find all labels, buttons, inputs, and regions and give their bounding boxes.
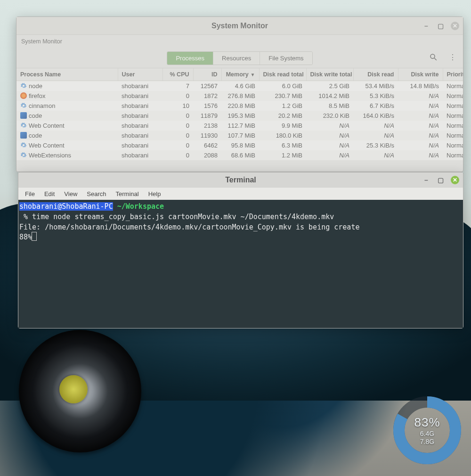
table-row[interactable]: Web Contentshobarani02138112.7 MiB9.9 Mi… bbox=[16, 121, 463, 131]
cell-name: code bbox=[16, 111, 118, 121]
table-row[interactable]: Web Contentshobarani0646295.8 MiB6.3 MiB… bbox=[16, 140, 463, 150]
table-row[interactable]: firefoxshobarani01872276.8 MiB230.7 MiB1… bbox=[16, 91, 463, 101]
sysmon-subtitle: System Monitor bbox=[21, 38, 62, 45]
cell-disk-write-total: N/A bbox=[306, 131, 353, 140]
col-process-name[interactable]: Process Name bbox=[16, 68, 118, 81]
cell-priority: Normal bbox=[443, 101, 463, 111]
search-icon[interactable] bbox=[429, 53, 438, 63]
menu-terminal[interactable]: Terminal bbox=[116, 190, 139, 197]
table-row[interactable]: codeshobarani011879195.3 MiB20.2 MiB232.… bbox=[16, 111, 463, 121]
vscode-icon bbox=[20, 112, 27, 119]
sysmon-titlebar[interactable]: System Monitor – ▢ ✕ bbox=[16, 17, 463, 35]
col-cpu[interactable]: % CPU bbox=[162, 68, 193, 81]
col-disk-read[interactable]: Disk read bbox=[353, 68, 398, 81]
process-table: Process Name User % CPU ID Memory▼ Disk … bbox=[16, 68, 463, 172]
cell-disk-read-total: 230.7 MiB bbox=[259, 91, 306, 101]
tab-filesystems[interactable]: File Systems bbox=[260, 52, 312, 65]
prompt-user-host: shobarani@ShobaRani-PC bbox=[19, 202, 113, 211]
close-icon[interactable]: ✕ bbox=[451, 22, 459, 30]
cell-id: 11930 bbox=[193, 131, 221, 140]
cell-disk-read: 25.3 KiB/s bbox=[353, 140, 398, 150]
gauge-percent: 83% bbox=[414, 415, 440, 430]
cell-priority: Normal bbox=[443, 91, 463, 101]
col-user[interactable]: User bbox=[118, 68, 162, 81]
cell-disk-read: 5.3 KiB/s bbox=[353, 91, 398, 101]
gauge-text: 83% 6.4G 7.8G bbox=[392, 395, 463, 466]
menu-edit[interactable]: Edit bbox=[44, 190, 55, 197]
minimize-icon[interactable]: – bbox=[422, 22, 430, 30]
cell-id: 6462 bbox=[193, 140, 221, 150]
cell-disk-read-total: 6.0 GiB bbox=[259, 81, 306, 91]
menu-help[interactable]: Help bbox=[148, 190, 161, 197]
cell-disk-write-total: N/A bbox=[306, 121, 353, 131]
cell-disk-write-total: 232.0 KiB bbox=[306, 111, 353, 121]
cell-name: node bbox=[16, 81, 118, 91]
maximize-icon[interactable]: ▢ bbox=[437, 176, 444, 184]
terminal-title: Terminal bbox=[225, 176, 256, 184]
cell-memory: 107.7 MiB bbox=[221, 131, 259, 140]
close-icon[interactable]: ✕ bbox=[451, 176, 459, 184]
table-row[interactable]: nodeshobarani7125674.6 GiB6.0 GiB2.5 GiB… bbox=[16, 81, 463, 91]
sysmon-subtitle-bar: System Monitor bbox=[16, 35, 463, 48]
cell-cpu: 0 bbox=[162, 121, 193, 131]
table-row[interactable]: cinnamonshobarani101576220.8 MiB1.2 GiB8… bbox=[16, 101, 463, 111]
svg-line-1 bbox=[434, 58, 437, 60]
col-memory[interactable]: Memory▼ bbox=[221, 68, 259, 81]
terminal-body[interactable]: shobarani@ShobaRani-PC ~/Workspace % tim… bbox=[18, 200, 463, 328]
tab-resources[interactable]: Resources bbox=[213, 52, 260, 65]
cell-cpu: 10 bbox=[162, 101, 193, 111]
cell-priority: Normal bbox=[443, 140, 463, 150]
cell-disk-read-total: 180.0 KiB bbox=[259, 131, 306, 140]
table-row[interactable]: codeshobarani011930107.7 MiB180.0 KiBN/A… bbox=[16, 131, 463, 140]
cell-id: 12567 bbox=[193, 81, 221, 91]
cell-disk-write: 14.8 MiB/s bbox=[398, 81, 443, 91]
menu-file[interactable]: File bbox=[25, 190, 35, 197]
table-row[interactable]: WebExtensionsshobarani0208868.6 MiB1.2 M… bbox=[16, 150, 463, 160]
cell-disk-write-total: 2.5 GiB bbox=[306, 81, 353, 91]
cell-disk-write: N/A bbox=[398, 140, 443, 150]
cell-name: firefox bbox=[16, 91, 118, 101]
vscode-icon bbox=[20, 132, 27, 139]
cell-disk-read: 6.7 KiB/s bbox=[353, 101, 398, 111]
cell-priority: Normal bbox=[443, 111, 463, 121]
svg-point-0 bbox=[430, 54, 435, 58]
terminal-titlebar[interactable]: Terminal – ▢ ✕ bbox=[18, 172, 463, 188]
col-disk-write[interactable]: Disk write bbox=[398, 68, 443, 81]
col-id[interactable]: ID bbox=[193, 68, 221, 81]
cell-memory: 276.8 MiB bbox=[221, 91, 259, 101]
tab-processes[interactable]: Processes bbox=[167, 52, 213, 65]
cell-memory: 95.8 MiB bbox=[221, 140, 259, 150]
minimize-icon[interactable]: – bbox=[422, 176, 430, 184]
cell-user: shobarani bbox=[118, 101, 162, 111]
gauge-used: 6.4G bbox=[420, 430, 434, 438]
menu-view[interactable]: View bbox=[64, 190, 77, 197]
col-priority[interactable]: Priority bbox=[443, 68, 463, 81]
maximize-icon[interactable]: ▢ bbox=[437, 22, 444, 30]
menu-kebab-icon[interactable]: ⋮ bbox=[449, 53, 456, 63]
gear-icon bbox=[20, 102, 27, 109]
col-disk-read-total[interactable]: Disk read total bbox=[259, 68, 306, 81]
cell-disk-write: N/A bbox=[398, 150, 443, 160]
col-disk-write-total[interactable]: Disk write total bbox=[306, 68, 353, 81]
cell-disk-write: N/A bbox=[398, 121, 443, 131]
cell-name: Web Content bbox=[16, 121, 118, 131]
cell-memory: 195.3 MiB bbox=[221, 111, 259, 121]
gear-icon bbox=[20, 122, 27, 129]
cell-cpu: 0 bbox=[162, 111, 193, 121]
cell-disk-write-total: N/A bbox=[306, 140, 353, 150]
cell-disk-read: N/A bbox=[353, 121, 398, 131]
cell-name: cinnamon bbox=[16, 101, 118, 111]
cell-disk-write: N/A bbox=[398, 131, 443, 140]
cell-user: shobarani bbox=[118, 150, 162, 160]
cell-disk-write: N/A bbox=[398, 101, 443, 111]
cell-cpu: 7 bbox=[162, 81, 193, 91]
memory-gauge-widget[interactable]: 83% 6.4G 7.8G bbox=[392, 395, 463, 466]
terminal-menubar: File Edit View Search Terminal Help bbox=[18, 188, 463, 200]
cell-memory: 112.7 MiB bbox=[221, 121, 259, 131]
menu-search[interactable]: Search bbox=[87, 190, 106, 197]
cell-priority: Normal bbox=[443, 150, 463, 160]
gear-icon bbox=[20, 142, 27, 148]
cell-name: code bbox=[16, 131, 118, 140]
prompt-cwd: ~/Workspace bbox=[117, 202, 164, 211]
cell-disk-read-total: 1.2 GiB bbox=[259, 101, 306, 111]
